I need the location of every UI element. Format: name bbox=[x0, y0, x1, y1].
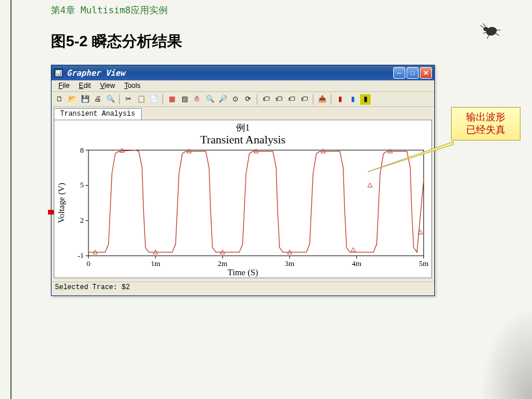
legend-icon[interactable]: ▤ bbox=[179, 94, 190, 105]
cursors-icon[interactable]: ⫛ bbox=[191, 94, 203, 105]
ink-decoration bbox=[480, 306, 532, 399]
bug-decoration-icon bbox=[477, 17, 505, 42]
zoomfit-icon[interactable]: ⊙ bbox=[230, 94, 241, 105]
restore-icon[interactable]: ⟳ bbox=[242, 94, 254, 105]
svg-text:例1: 例1 bbox=[236, 123, 250, 132]
svg-text:3m: 3m bbox=[285, 260, 294, 268]
svg-text:2m: 2m bbox=[218, 260, 227, 268]
menu-edit[interactable]: Edit bbox=[74, 80, 95, 91]
save-icon[interactable]: 💾 bbox=[79, 94, 91, 105]
svg-text:Transient Analysis: Transient Analysis bbox=[200, 133, 286, 146]
marker1-icon[interactable]: 🏷 bbox=[260, 94, 272, 105]
window-title: Grapher View bbox=[66, 68, 393, 77]
opt2-icon[interactable]: ▮ bbox=[347, 94, 359, 105]
toolbar: 🗋 📂 💾 🖨 🔍 ✂ 📋 📄 ▦ ▤ ⫛ 🔍 🔎 ⊙ ⟳ 🏷 🏷 🏷 🏷 📤 … bbox=[51, 92, 434, 107]
menu-view[interactable]: View bbox=[95, 80, 120, 91]
separator bbox=[313, 94, 313, 105]
svg-text:5m: 5m bbox=[419, 260, 428, 268]
svg-line-2 bbox=[481, 25, 485, 29]
red-marker bbox=[48, 210, 54, 215]
separator bbox=[119, 94, 120, 105]
svg-text:2: 2 bbox=[80, 216, 84, 224]
svg-text:Time (S): Time (S) bbox=[228, 268, 258, 278]
decorative-left-bar bbox=[10, 0, 12, 399]
marker2-icon[interactable]: 🏷 bbox=[273, 94, 285, 105]
svg-text:1m: 1m bbox=[151, 260, 160, 268]
menu-file[interactable]: File bbox=[54, 80, 74, 91]
zoomin-icon[interactable]: 🔍 bbox=[204, 94, 216, 105]
callout-text: 输出波形 已经失真 bbox=[466, 111, 505, 136]
new-icon[interactable]: 🗋 bbox=[54, 94, 65, 105]
opt3-icon[interactable]: ▮ bbox=[360, 94, 371, 105]
annotation-callout: 输出波形 已经失真 bbox=[451, 107, 520, 141]
tab-row: Transient Analysis bbox=[51, 107, 434, 120]
copy-icon[interactable]: 📋 bbox=[135, 94, 147, 105]
callout-pointer bbox=[368, 140, 460, 180]
separator bbox=[162, 94, 163, 105]
export-icon[interactable]: 📤 bbox=[316, 94, 328, 105]
svg-text:-1: -1 bbox=[77, 252, 84, 260]
close-button[interactable]: ✕ bbox=[420, 67, 432, 79]
minimize-button[interactable]: ─ bbox=[393, 67, 405, 79]
window-titlebar[interactable]: 📊 Grapher View ─ □ ✕ bbox=[51, 65, 434, 80]
maximize-button[interactable]: □ bbox=[407, 67, 419, 79]
svg-line-3 bbox=[483, 23, 486, 28]
svg-marker-33 bbox=[368, 142, 453, 172]
svg-text:5: 5 bbox=[80, 181, 84, 189]
zoomout-icon[interactable]: 🔎 bbox=[217, 94, 228, 105]
svg-text:8: 8 bbox=[80, 146, 84, 154]
print-icon[interactable]: 🖨 bbox=[92, 94, 104, 105]
marker4-icon[interactable]: 🏷 bbox=[298, 94, 310, 105]
separator bbox=[257, 94, 257, 105]
tab-transient[interactable]: Transient Analysis bbox=[54, 108, 142, 120]
grapher-view-window: 📊 Grapher View ─ □ ✕ File Edit View Tool… bbox=[51, 65, 435, 296]
svg-text:4m: 4m bbox=[352, 260, 361, 268]
svg-text:0: 0 bbox=[87, 260, 90, 268]
statusbar: Selected Trace: $2 bbox=[51, 282, 434, 293]
figure-title: 图5-2 瞬态分析结果 bbox=[51, 31, 182, 51]
cut-icon[interactable]: ✂ bbox=[123, 94, 134, 105]
svg-text:Voltage (V): Voltage (V) bbox=[57, 183, 66, 223]
menu-tools[interactable]: Tools bbox=[120, 80, 145, 91]
open-icon[interactable]: 📂 bbox=[66, 94, 78, 105]
grid-icon[interactable]: ▦ bbox=[166, 94, 178, 105]
preview-icon[interactable]: 🔍 bbox=[105, 94, 116, 105]
marker3-icon[interactable]: 🏷 bbox=[286, 94, 297, 105]
app-icon: 📊 bbox=[54, 68, 63, 77]
menubar: File Edit View Tools bbox=[51, 80, 434, 92]
opt1-icon[interactable]: ▮ bbox=[334, 94, 346, 105]
paste-icon[interactable]: 📄 bbox=[148, 94, 160, 105]
chapter-title: 第4章 Multisim8应用实例 bbox=[51, 5, 168, 17]
separator bbox=[331, 94, 331, 105]
